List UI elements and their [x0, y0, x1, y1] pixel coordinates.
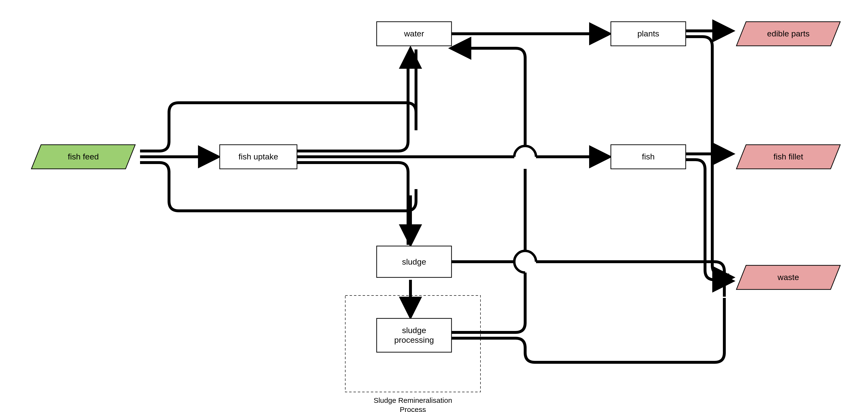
label-edible-parts: edible parts — [767, 29, 810, 38]
flow-diagram: Sludge Remineralisation Process fish fee… — [0, 0, 868, 412]
node-sludge-processing: sludge processing — [377, 318, 452, 352]
group-label-line2: Process — [400, 406, 426, 412]
group-label-line1: Sludge Remineralisation — [374, 396, 452, 404]
node-fish-feed: fish feed — [31, 145, 135, 169]
node-plants: plants — [611, 22, 686, 46]
label-sludge: sludge — [402, 257, 426, 266]
label-sludge-processing-2: processing — [394, 335, 434, 344]
node-sludge: sludge — [377, 246, 452, 277]
label-fish: fish — [642, 152, 655, 161]
label-waste: waste — [777, 273, 799, 282]
label-fish-fillet: fish fillet — [774, 152, 803, 161]
label-plants: plants — [638, 29, 659, 38]
node-fish-fillet: fish fillet — [736, 145, 840, 169]
node-fish: fish — [611, 145, 686, 169]
node-fish-uptake: fish uptake — [220, 145, 297, 169]
node-water: water — [377, 22, 452, 46]
node-waste: waste — [736, 265, 840, 289]
node-edible-parts: edible parts — [736, 22, 840, 46]
label-fish-uptake: fish uptake — [239, 152, 278, 161]
label-fish-feed: fish feed — [68, 152, 99, 161]
label-water: water — [404, 29, 424, 38]
label-sludge-processing-1: sludge — [402, 325, 426, 335]
